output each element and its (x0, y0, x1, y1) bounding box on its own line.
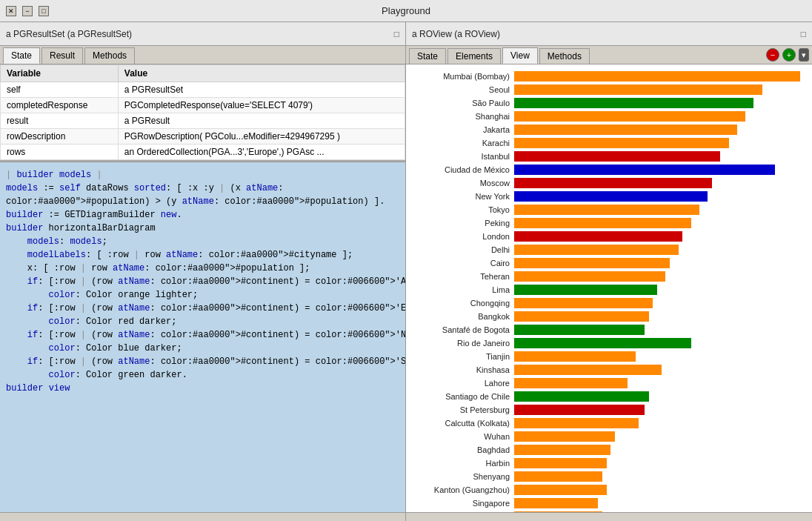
tab-methods-left[interactable]: Methods (84, 47, 135, 64)
bar-row: Cairo (418, 257, 800, 269)
bar-label: Shanghai (418, 112, 514, 121)
code-line: color: Color blue darker; (6, 342, 399, 355)
code-line: x: [ :row | row atName: color:#aa0000">#… (6, 262, 399, 275)
right-panel-header: a ROView (a ROView) □ (406, 22, 812, 46)
bar-label: London (418, 232, 514, 241)
code-line: color:#aa0000">#population) > (y atName:… (6, 195, 399, 208)
table-row: completedResponsePGCompletedResponse(val… (1, 98, 405, 113)
bar (514, 84, 762, 95)
bar (514, 431, 615, 442)
bar (514, 178, 712, 188)
var-name-cell: rowDescription (1, 129, 119, 145)
bar-container (514, 431, 800, 442)
bar-container (514, 485, 800, 495)
left-scrollbar[interactable] (0, 512, 405, 521)
bar-row: Baghdad (418, 444, 800, 456)
bar-label: Kanton (Guangzhou) (418, 485, 514, 494)
chart-area[interactable]: Mumbai (Bombay)SeoulSão PauloShanghaiJak… (406, 64, 812, 512)
bar-row: London (418, 230, 800, 242)
bar-container (514, 511, 800, 512)
bar-row: Lahore (418, 377, 800, 389)
code-line: if: [:row | (row atName: color:#aa0000">… (6, 355, 399, 368)
bar (514, 378, 628, 388)
bar-row: Peking (418, 217, 800, 229)
right-panel: a ROView (a ROView) □ State Elements Vie… (406, 22, 812, 521)
bar-container (514, 71, 800, 82)
bar-row: Santiago de Chile (418, 391, 800, 402)
left-panel-header: a PGResultSet (a PGResultSet) □ (0, 22, 405, 46)
var-value-cell: PGRowDescription( PGColu...eModifier=429… (118, 129, 405, 145)
bar (514, 218, 691, 228)
var-value-cell: a PGResultSet (118, 82, 405, 98)
bar-label: Ciudad de México (418, 165, 514, 174)
tab-result-left[interactable]: Result (41, 47, 83, 64)
bar-row: Teheran (418, 271, 800, 282)
bar (514, 485, 607, 495)
bar-container (514, 231, 800, 242)
bar-container (514, 125, 800, 135)
right-panel-icon[interactable]: □ (801, 29, 806, 39)
window-controls[interactable]: ✕ − □ (6, 6, 49, 16)
bar (514, 405, 645, 415)
bar-container (514, 218, 800, 228)
bar-row: Shenyang (418, 471, 800, 482)
tab-elements-right[interactable]: Elements (447, 48, 501, 64)
tab-view-right[interactable]: View (502, 47, 538, 64)
code-line: color: Color red darker; (6, 315, 399, 328)
bar (514, 418, 639, 428)
right-scrollbar[interactable] (406, 512, 812, 521)
bar-label: Calcutta (Kolkata) (418, 419, 514, 428)
bar-row: Wuhan (418, 431, 800, 442)
bar-container (514, 205, 800, 215)
bar-row: Singapore (418, 497, 800, 509)
close-button[interactable]: ✕ (6, 6, 16, 16)
bar-container (514, 351, 800, 362)
plus-button[interactable]: + (782, 48, 796, 62)
bar-row: Lima (418, 284, 800, 296)
bar-container (514, 365, 800, 375)
bar (514, 98, 753, 108)
bar-container (514, 498, 800, 508)
tab-state-left[interactable]: State (3, 47, 40, 64)
bar-label: Lima (418, 285, 514, 294)
window-title: Playground (382, 5, 430, 16)
code-line: if: [:row | (row atName: color:#aa0000">… (6, 275, 399, 288)
maximize-button[interactable]: □ (39, 6, 49, 16)
minus-button[interactable]: − (766, 48, 779, 62)
code-line: color: Color green darker. (6, 368, 399, 382)
bar-label: Bangkok (418, 312, 514, 321)
minimize-button[interactable]: − (22, 6, 33, 16)
tab-controls: − + ▾ (766, 48, 809, 63)
var-name-cell: result (1, 113, 119, 129)
bar-row: Harbin (418, 457, 800, 469)
dropdown-button[interactable]: ▾ (799, 48, 809, 62)
tab-methods-right[interactable]: Methods (539, 48, 590, 64)
state-table-area: Variable Value selfa PGResultSetcomplete… (0, 64, 405, 162)
bar-container (514, 165, 800, 175)
bar-row: Tianjin (418, 351, 800, 362)
code-editor[interactable]: | builder models |models := self dataRow… (0, 162, 405, 512)
bar-label: St Petersburg (418, 405, 514, 414)
bar-label: Karachi (418, 139, 514, 147)
code-line: models: models; (6, 235, 399, 248)
var-value-cell: an OrderedCollection(PGA...3','Europe',)… (118, 145, 405, 160)
bar-label: New York (418, 192, 514, 201)
bar-row: St Petersburg (418, 404, 800, 416)
bar-row: Rio de Janeiro (418, 337, 800, 349)
bar (514, 458, 607, 468)
col-value: Value (118, 65, 405, 82)
bar-container (514, 298, 800, 308)
bar-row: Chongqing (418, 297, 800, 309)
bar-container (514, 338, 800, 348)
col-variable: Variable (1, 65, 119, 82)
bar-row: Seoul (418, 84, 800, 96)
code-line: builder view (6, 382, 399, 395)
bar-row: Kinshasa (418, 364, 800, 376)
tab-state-right[interactable]: State (409, 48, 446, 64)
left-panel-icon[interactable]: □ (394, 29, 399, 39)
right-panel-title: a ROView (a ROView) (412, 29, 500, 39)
bar (514, 325, 645, 335)
bar-container (514, 258, 800, 268)
table-row: rowDescriptionPGRowDescription( PGColu..… (1, 129, 405, 145)
bar (514, 351, 636, 362)
